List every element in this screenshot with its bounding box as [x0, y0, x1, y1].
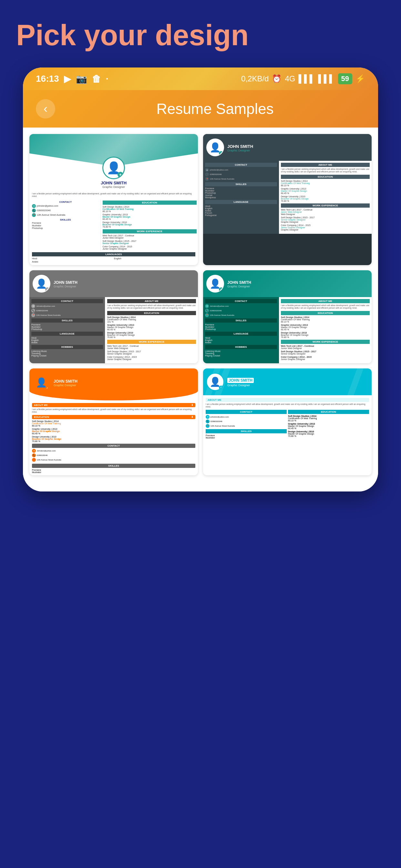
- card2-phone-icon: 📞: [205, 173, 209, 176]
- card1-lang-header: LANGUAGES: [32, 252, 195, 256]
- card5-phone-item: 📞 0280020046: [32, 454, 195, 457]
- email-icon: ✉: [32, 204, 36, 208]
- card1-edu-header: EDUCATION: [103, 200, 197, 205]
- card6-edu-2-cert: Master Of Graphic Design: [288, 433, 369, 435]
- card6-body: ABOUT ME I am a flexible person seeking …: [203, 395, 372, 441]
- card2-edu-0: Soft Design Studios | 2014 Certification…: [281, 180, 370, 187]
- card3-about-label: ABOUT ME: [107, 299, 196, 303]
- resume-card-6[interactable]: 👤 + JOHN SMITH Graphic Designer ABOUT ME…: [203, 368, 372, 475]
- card2-edu-0-year: Soft Design Studios | 2014: [281, 180, 370, 182]
- card4-edu-0-score: 80.10 %: [281, 321, 370, 323]
- card6-right-col: EDUCATION Soft Design Studios | 2014 Cer…: [288, 410, 369, 439]
- card5-email-item: ✉ Johndon@yahoo.com: [32, 449, 195, 453]
- card1-skill-1: Illustrator: [32, 224, 99, 227]
- card3-name-block: JOHN SMITH Graphic Designer: [54, 279, 78, 288]
- card6-edu-0: Soft Design Studios | 2014 Certification…: [288, 415, 369, 422]
- card3-right: ABOUT ME I am a flexible person seeking …: [105, 297, 198, 363]
- card2-work-2: Color Company | 2014 - 2015 Junior Graph…: [281, 224, 370, 231]
- card3-edu-0: Soft Design Studios | 2014 Certification…: [107, 316, 196, 323]
- card1-phone-item: 📞 02800020046: [32, 209, 99, 213]
- card2-role: Graphic Designer: [227, 149, 253, 152]
- card5-edu-header: EDUCATION ⬇: [32, 415, 195, 419]
- card2-work-0: Web Tech Ltd | 2017 - Continue Junior We…: [281, 209, 370, 215]
- card3-work-0-role: Junior Web Designer: [107, 347, 196, 349]
- page-bottom: [0, 498, 401, 524]
- card4-work-0-role: Junior Web Designer: [281, 347, 370, 349]
- card3-edu-label: EDUCATION: [107, 311, 196, 315]
- card2-edu-1-cert: Master Of Graphic Design: [281, 190, 370, 192]
- card5-edu-1-year: Graphic University | 2013: [32, 428, 195, 430]
- card5-edu-0-cert: Certification Of Web Training: [32, 423, 195, 425]
- card3-avatar-icon: 👤: [36, 278, 47, 289]
- card2-email-icon: ✉: [205, 168, 209, 172]
- card2-edu-label: EDUCATION: [281, 175, 370, 179]
- card5-skill-0: Premiere: [32, 469, 195, 471]
- card2-work-2-period: Color Company | 2014 - 2015: [281, 224, 370, 226]
- card6-stripe3: [343, 368, 368, 395]
- card3-work-1: Soft Design Studios | 2015 - 2017 Senior…: [107, 350, 196, 355]
- card4-left: CONTACT ✉ Johndon@yahoo.com 📞 0289002004…: [203, 297, 279, 363]
- card4-phone-icon: 📞: [205, 309, 209, 313]
- card2-phone: 02800020046: [210, 174, 222, 175]
- card3-location-icon: 📍: [31, 313, 35, 317]
- card1-right: EDUCATION Soft Design Studios | 2014 Cer…: [102, 199, 197, 251]
- card6-phone-item: 📞 02890020046: [206, 420, 287, 423]
- alarm-icon: ⏰: [272, 74, 281, 83]
- card6-address-item: 📍 12th Avenue Street Australia: [206, 424, 287, 428]
- resume-card-4[interactable]: 👤 + JOHN SMITH Graphic Designer CONTACT …: [203, 270, 372, 363]
- card6-edu-label: EDUCATION: [288, 410, 369, 414]
- card2-work-2-title: Graphic Designer: [281, 228, 370, 231]
- card6-address: 12th Avenue Street Australia: [211, 425, 235, 427]
- card3-work-2-period: Color Company | 2014 - 2015: [107, 356, 196, 358]
- card2-about-label: ABOUT ME: [281, 163, 370, 167]
- back-button[interactable]: ‹: [36, 99, 55, 119]
- resume-card-3[interactable]: 👤 + JOHN SMITH Graphic Designer CONTACT …: [29, 270, 198, 363]
- resume-card-2[interactable]: 👤 + JOHN SMITH Graphic Designer CONTACT …: [203, 134, 372, 265]
- card3-edu-2: Design University | 2010 Beacher Of Grap…: [107, 332, 196, 338]
- card4-contact-label: CONTACT: [205, 299, 277, 303]
- card3-top: 👤 + JOHN SMITH Graphic Designer: [29, 270, 198, 297]
- card6-about-label: ABOUT ME: [206, 398, 369, 402]
- card2-avatar-plus: +: [219, 151, 223, 156]
- card3-left: CONTACT ✉ Johndon@yahoo.com 📞 0289002004…: [29, 297, 105, 363]
- card6-skills-label: SKILLES: [206, 429, 287, 433]
- card3-skill-2: Photoshop: [31, 328, 103, 330]
- card5-contact-block: CONTACT ✉ Johndon@yahoo.com 📞 0280020046…: [32, 444, 195, 462]
- card3-avatar-plus: +: [45, 287, 50, 292]
- card1-work-0: Web Tech Ltd | 2017 - Continue Junior We…: [103, 235, 197, 239]
- resume-card-1[interactable]: 👤 + JOHN SMITH Graphic Designer I am a f…: [29, 134, 198, 265]
- status-left: 16:13 ▶ 📷 🗑 ·: [36, 73, 108, 84]
- card1-edu-1: Graphic University | 2013 Master Of Grap…: [103, 213, 197, 220]
- card5-about-label-text: ABOUT ME: [34, 404, 48, 407]
- card5-edu-label-text: EDUCATION: [34, 415, 49, 418]
- card1-lang-list: Hindi English Arabic: [32, 257, 195, 263]
- card3-avatar: 👤 +: [33, 275, 50, 292]
- card4-edu-0-cert: Certification Of Web Training: [281, 318, 370, 321]
- card4-work-2-period: Color Company | 2014 - 2015: [281, 356, 370, 358]
- card4-email: Johndon@yahoo.com: [210, 305, 228, 307]
- card2-edu-0-score: 80.10 %: [281, 184, 370, 187]
- card4-right: ABOUT ME I am a flexible person seeking …: [279, 297, 372, 363]
- card2-edu-1: Graphic University | 2013 Master Of Grap…: [281, 188, 370, 194]
- card4-work-0-period: Web Tech Ltd | 2017 - Continue: [281, 345, 370, 347]
- card2-work-0-role: Junior Web Designer: [281, 211, 370, 213]
- status-right: 0,2KB/d ⏰ 4G ▌▌▌ ▌▌▌ 59 ⚡: [241, 73, 365, 84]
- resume-card-5[interactable]: 👤 + JOHN SMITH Graphic Designer ABOUT ME…: [29, 368, 198, 475]
- card3-lang-0: Hindi: [31, 337, 103, 339]
- card1-avatar-section: 👤 + JOHN SMITH Graphic Designer: [29, 157, 198, 190]
- card5-edu-icon: ⬇: [191, 415, 193, 418]
- card3-lang-1: English: [31, 339, 103, 341]
- card6-edu-0-year: Soft Design Studios | 2014: [288, 415, 369, 417]
- card4-skill-1: Illustrator: [205, 326, 277, 328]
- card4-lang-label: LANGUAGE: [205, 332, 277, 336]
- card4-hobby-2: Playing Cricket: [205, 354, 277, 357]
- card6-about: I am a flexible person seeking employmen…: [206, 403, 369, 408]
- card6-email-item: ✉ johndon@yahoo.com: [206, 415, 287, 419]
- page-title: Pick your design: [16, 20, 385, 51]
- card3-work-1-role: Senior Graphic Designer: [107, 352, 196, 355]
- card5-about-label: ABOUT ME ⬇: [32, 403, 195, 407]
- card4-layout: CONTACT ✉ Johndon@yahoo.com 📞 0289002004…: [203, 297, 372, 363]
- card2-lang-3: French: [205, 212, 277, 214]
- card1-role: Graphic Designer: [102, 185, 125, 189]
- card3-skills-label: SKILLES: [31, 318, 103, 322]
